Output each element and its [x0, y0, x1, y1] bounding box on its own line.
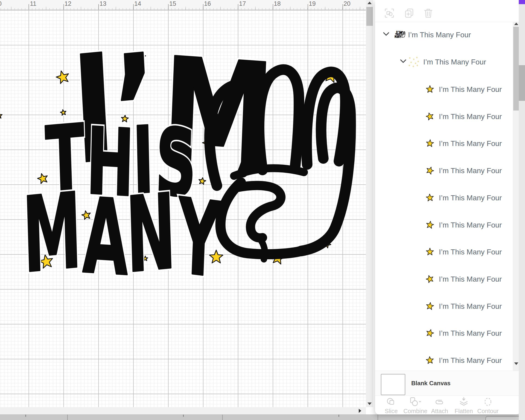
ruler-number: 10: [0, 0, 2, 7]
subgroup-thumbnail: [407, 56, 420, 69]
layer-row-star[interactable]: I’m This Many Four: [375, 326, 513, 341]
delete-icon[interactable]: [423, 8, 434, 19]
star-layer-icon: [425, 166, 434, 176]
layer-row-star[interactable]: I’m This Many Four: [375, 136, 513, 151]
layer-row-star[interactable]: I’m This Many Four: [375, 353, 513, 368]
star-layer-icon: [425, 193, 434, 203]
scroll-right-icon[interactable]: [359, 409, 361, 413]
ruler-number: 14: [134, 0, 141, 7]
panel-scroll-thumb[interactable]: [513, 27, 519, 111]
ruler-number: 16: [204, 0, 211, 7]
blank-canvas-swatch[interactable]: [381, 374, 405, 395]
combine-icon: [409, 397, 422, 407]
duplicate-icon[interactable]: [404, 8, 415, 19]
ruler-number: 13: [100, 0, 106, 7]
layers-list: I’m This Many FourI’m This Many FourI’m …: [375, 22, 513, 371]
ruler-number: 11: [30, 0, 36, 7]
ruler-number: 18: [274, 0, 281, 7]
browser-scroll-thumb[interactable]: [519, 65, 525, 101]
star-layer-icon: [425, 302, 434, 312]
canvas-vscroll-thumb[interactable]: [366, 7, 373, 26]
taskbar-separator: [67, 415, 68, 420]
canvas-design-svg: I’M I’M THIS THIS MANY MANY: [0, 10, 366, 407]
layer-row-group[interactable]: I’m This Many Four: [375, 27, 513, 42]
browser-scrollbar[interactable]: [519, 0, 525, 420]
canvas-area: I’M I’M THIS THIS MANY MANY: [0, 0, 375, 414]
taskbar-separator: [378, 415, 378, 420]
star-layer-icon: [425, 221, 434, 230]
panel-scroll-up-icon[interactable]: [514, 23, 518, 25]
svg-text:MANY: MANY: [19, 172, 226, 299]
layer-row-star[interactable]: I’m This Many Four: [375, 109, 513, 124]
design-group[interactable]: I’M I’M THIS THIS MANY MANY: [0, 23, 351, 299]
layer-row-star[interactable]: I’m This Many Four: [375, 299, 513, 314]
ruler-number: 15: [169, 0, 176, 7]
taskbar-tick: [25, 415, 26, 417]
flatten-icon: [459, 397, 469, 407]
star-layer-icon: [425, 112, 434, 122]
taskbar-separator: [222, 415, 223, 420]
ruler-number: 12: [65, 0, 71, 7]
layer-row-star[interactable]: I’m This Many Four: [375, 271, 513, 287]
design-text-line3[interactable]: MANY MANY: [19, 172, 226, 299]
layer-row-subgroup[interactable]: I’m This Many Four: [375, 54, 513, 70]
layer-row-star[interactable]: I’m This Many Four: [375, 217, 513, 233]
design-star[interactable]: [55, 69, 70, 84]
layer-row-star[interactable]: I’m This Many Four: [375, 244, 513, 260]
taskbar-tick: [183, 415, 184, 417]
star-layer-icon: [425, 248, 434, 257]
ruler-number: 17: [239, 0, 246, 7]
browser-accent: [519, 0, 525, 4]
layers-panel-header: [375, 0, 520, 22]
chevron-down-icon[interactable]: [383, 32, 390, 37]
scroll-down-icon[interactable]: [367, 402, 372, 405]
chevron-down-icon[interactable]: [400, 59, 407, 65]
layer-row-star[interactable]: I’m This Many Four: [375, 190, 513, 205]
layers-panel: I’m This Many FourI’m This Many FourI’m …: [375, 0, 520, 414]
scroll-up-icon[interactable]: [367, 2, 372, 4]
layer-row-star[interactable]: I’m This Many Four: [375, 163, 513, 178]
actions-toolbar: Slice Combine Attach: [375, 396, 520, 414]
canvas-vertical-scrollbar[interactable]: [366, 0, 373, 407]
combine-button[interactable]: Combine: [403, 396, 427, 414]
ruler: 1011121314151617181920: [0, 0, 366, 10]
app-window: I’M I’M THIS THIS MANY MANY: [0, 0, 525, 420]
star-layer-icon: [425, 139, 434, 149]
ruler-number: 19: [309, 0, 316, 7]
star-layer-icon: [425, 85, 434, 95]
star-layer-icon: [425, 329, 434, 338]
attach-button[interactable]: Attach: [428, 396, 451, 414]
blank-canvas-row[interactable]: Blank Canvas: [375, 371, 520, 396]
flatten-button[interactable]: Flatten: [452, 396, 476, 414]
blank-canvas-label: Blank Canvas: [411, 371, 451, 396]
slice-button[interactable]: Slice: [379, 396, 403, 414]
group-thumbnail: [394, 29, 405, 40]
select-all-icon[interactable]: [384, 8, 395, 19]
attach-icon: [434, 397, 445, 407]
contour-icon: [483, 397, 493, 407]
design-star[interactable]: [0, 112, 2, 118]
ruler-number: 20: [344, 0, 350, 7]
canvas-horizontal-scrollbar[interactable]: [0, 407, 366, 414]
slice-icon: [386, 397, 396, 407]
panel-scroll-down-icon[interactable]: [514, 363, 518, 365]
contour-button[interactable]: Contour: [476, 396, 500, 414]
star-layer-icon: [425, 275, 434, 284]
taskbar-tick: [338, 415, 339, 417]
star-layer-icon: [425, 356, 434, 366]
layer-row-star[interactable]: I’m This Many Four: [375, 82, 513, 97]
taskbar-strip: [0, 414, 525, 420]
